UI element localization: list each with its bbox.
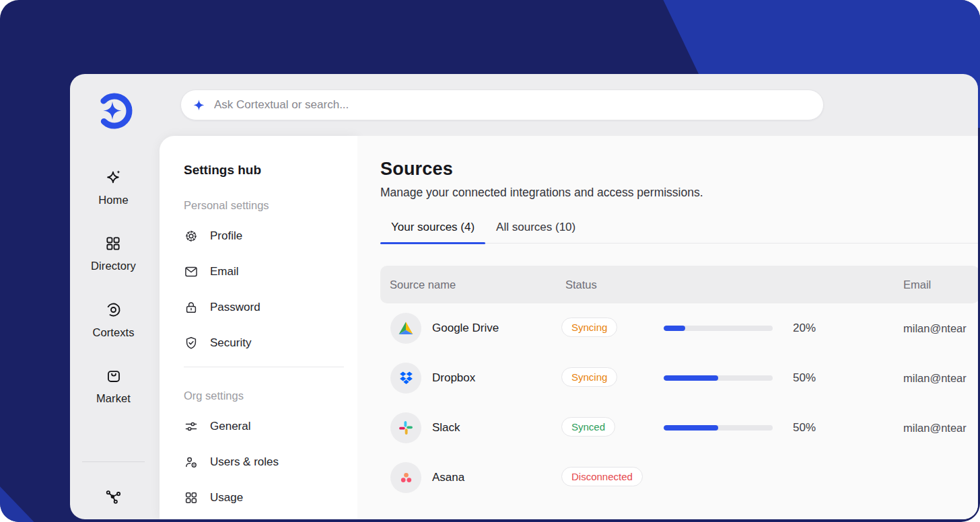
avatar <box>390 363 421 394</box>
menu-item-usage[interactable]: Usage <box>184 480 344 515</box>
table-row-slack[interactable]: Slack Synced 50% milan@ntear <box>380 403 978 453</box>
column-header-email: Email <box>903 266 931 303</box>
tab-all-sources[interactable]: All sources (10) <box>485 221 586 243</box>
cortextual-logo[interactable] <box>70 91 157 132</box>
source-name: Dropbox <box>432 353 475 403</box>
sources-page: Sources Manage your connected integratio… <box>357 136 978 519</box>
shield-check-icon <box>184 336 199 350</box>
grid-icon <box>104 235 122 252</box>
asana-icon <box>398 470 414 485</box>
menu-item-label: Usage <box>210 491 243 505</box>
search-input[interactable] <box>214 98 812 112</box>
column-header-status: Status <box>565 266 597 303</box>
sidebar-item-cortexts[interactable]: Cortexts <box>92 301 134 339</box>
icon-sidebar: Home Directory Corte <box>70 74 157 519</box>
menu-item-users-roles[interactable]: Users & roles <box>184 444 344 480</box>
settings-hub-title: Settings hub <box>184 163 344 178</box>
sidebar-item-label: Directory <box>91 260 136 272</box>
owner-email: milan@ntear <box>903 403 967 453</box>
source-name: Slack <box>432 403 460 453</box>
menu-item-label: Profile <box>210 229 242 243</box>
sidebar-item-home[interactable]: Home <box>98 168 128 207</box>
progress-fill <box>664 375 718 381</box>
progress-track <box>664 375 773 381</box>
backdrop-corner-accent <box>0 448 74 522</box>
avatar <box>390 313 421 344</box>
org-settings-menu: General Users & roles <box>184 408 344 515</box>
sparkle-icon <box>104 168 123 186</box>
lock-icon <box>184 300 199 315</box>
source-name: Asana <box>432 453 464 502</box>
menu-item-email[interactable]: Email <box>184 254 344 289</box>
sidebar-item-connections[interactable] <box>70 487 157 505</box>
ai-sparkle-icon <box>192 98 206 112</box>
network-icon <box>104 487 123 505</box>
bag-icon <box>105 367 123 385</box>
menu-item-security[interactable]: Security <box>184 325 344 361</box>
sidebar-nav: Home Directory Corte <box>70 168 157 405</box>
page-subtitle: Manage your connected integrations and a… <box>380 186 978 200</box>
sidebar-item-directory[interactable]: Directory <box>91 235 136 272</box>
sidebar-item-market[interactable]: Market <box>96 367 131 405</box>
gear-icon <box>184 229 199 244</box>
sliders-icon <box>184 419 199 434</box>
progress-percent: 50% <box>793 421 816 435</box>
sync-progress: 20% <box>664 303 816 353</box>
status-badge: Syncing <box>561 367 617 387</box>
source-name: Google Drive <box>432 303 499 353</box>
sidebar-item-label: Home <box>98 194 128 207</box>
menu-item-label: Security <box>210 336 251 350</box>
sidebar-divider <box>82 461 145 462</box>
menu-item-profile[interactable]: Profile <box>184 218 344 254</box>
table-row-google-drive[interactable]: Google Drive Syncing 20% milan@ntear <box>380 303 978 353</box>
table-row-asana[interactable]: Asana Disconnected <box>380 453 978 502</box>
sources-table: Source name Status Email Google Drive S <box>380 266 978 502</box>
status-badge: Syncing <box>561 318 617 337</box>
status-badge: Synced <box>561 417 615 437</box>
progress-percent: 20% <box>793 322 816 335</box>
table-header: Source name Status Email <box>380 266 978 303</box>
global-search[interactable] <box>180 89 824 120</box>
sync-progress: 50% <box>664 403 816 453</box>
tab-your-sources[interactable]: Your sources (4) <box>380 221 485 243</box>
personal-settings-menu: Profile Email Password <box>184 218 344 361</box>
dropbox-icon <box>398 371 414 385</box>
progress-track <box>664 326 773 331</box>
menu-item-label: General <box>210 420 250 433</box>
avatar <box>390 462 421 493</box>
progress-percent: 50% <box>793 371 816 385</box>
disc-icon <box>104 301 123 319</box>
app-window: Home Directory Corte <box>70 74 978 519</box>
status-badge: Disconnected <box>561 467 643 486</box>
sidebar-item-label: Cortexts <box>92 326 134 339</box>
settings-hub-panel: Settings hub Personal settings Profile <box>160 136 357 519</box>
page-title: Sources <box>380 159 978 180</box>
settings-divider <box>184 367 344 367</box>
owner-email: milan@ntear <box>903 303 967 353</box>
section-label-org: Org settings <box>184 389 344 402</box>
menu-item-general[interactable]: General <box>184 408 344 444</box>
google-drive-icon <box>398 321 414 336</box>
screenshot-stage: Home Directory Corte <box>0 0 980 522</box>
table-row-dropbox[interactable]: Dropbox Syncing 50% milan@ntear <box>380 353 978 403</box>
user-gear-icon <box>184 455 199 470</box>
menu-item-label: Email <box>210 265 239 278</box>
slack-icon <box>398 420 413 435</box>
section-label-personal: Personal settings <box>184 199 344 212</box>
sidebar-item-label: Market <box>96 392 131 405</box>
menu-item-label: Users & roles <box>210 455 279 469</box>
cortextual-logo-icon <box>92 91 135 132</box>
progress-track <box>664 425 773 431</box>
avatar <box>390 412 421 443</box>
sources-tabs: Your sources (4) All sources (10) <box>380 221 978 244</box>
progress-fill <box>664 425 718 431</box>
column-header-source-name: Source name <box>390 266 456 303</box>
grid-icon <box>184 490 199 505</box>
progress-fill <box>664 326 685 331</box>
sync-progress: 50% <box>664 353 816 403</box>
owner-email: milan@ntear <box>903 353 967 403</box>
envelope-icon <box>184 264 199 279</box>
menu-item-label: Password <box>210 301 260 314</box>
menu-item-password[interactable]: Password <box>184 289 344 325</box>
